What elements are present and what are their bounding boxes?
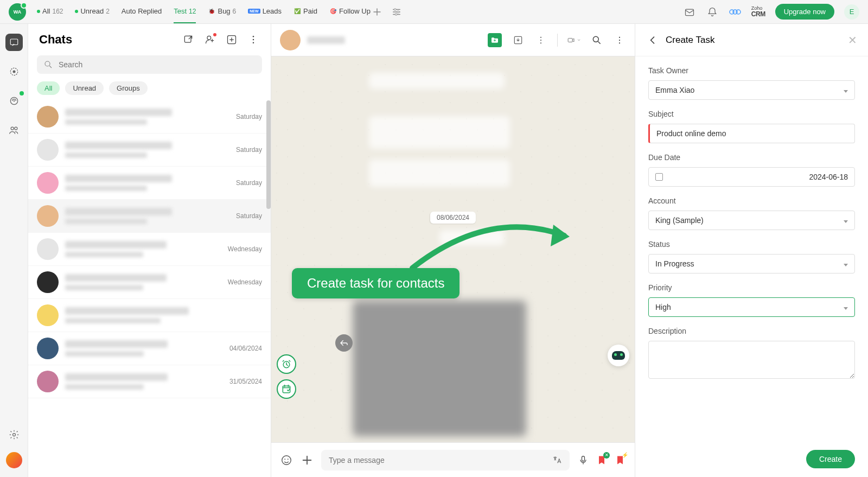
account-select[interactable]: King (Sample)	[648, 211, 855, 230]
search-input[interactable]	[59, 60, 256, 69]
attach-icon[interactable]	[301, 454, 314, 467]
filter-tab-follow-up[interactable]: 🎯Follow Up	[329, 0, 371, 23]
create-button[interactable]: Create	[806, 450, 855, 468]
chat-item[interactable]: Wednesday	[28, 266, 271, 299]
user-avatar[interactable]: E	[844, 4, 859, 20]
rail-contacts[interactable]	[5, 122, 23, 139]
search-conversation-icon[interactable]	[590, 34, 603, 47]
svg-rect-6	[10, 39, 18, 45]
filter-tab-all[interactable]: All162	[37, 0, 63, 23]
filter-pill-unread[interactable]: Unread	[65, 81, 104, 95]
app-logo[interactable]: WA	[9, 3, 26, 21]
mic-icon[interactable]	[577, 454, 589, 466]
zoho-crm-label[interactable]: ZohoCRM	[751, 6, 765, 17]
svg-point-0	[394, 8, 396, 10]
conversation-body: 08/06/2024 Create task for contacts	[271, 56, 635, 442]
more-menu-icon[interactable]	[247, 33, 260, 46]
svg-point-20	[45, 61, 50, 66]
conversation-more-icon[interactable]	[613, 34, 626, 47]
new-chat-icon[interactable]	[225, 33, 238, 46]
chat-item[interactable]: Saturday	[28, 133, 271, 167]
bookmark-energy-icon[interactable]: ⚡	[614, 454, 626, 466]
chat-item[interactable]: Saturday	[28, 200, 271, 233]
filter-tab-paid[interactable]: ✅Paid	[293, 0, 317, 23]
svg-point-5	[736, 10, 741, 14]
filter-pill-groups[interactable]: Groups	[109, 81, 148, 95]
status-select[interactable]: In Progress	[648, 254, 855, 274]
bookmark-alert-icon[interactable]: ✕	[596, 454, 608, 466]
add-tab-button[interactable]	[371, 5, 384, 18]
svg-point-12	[14, 127, 17, 130]
chats-title: Chats	[39, 33, 72, 47]
rail-channels[interactable]	[5, 92, 23, 110]
message-input-wrapper[interactable]	[321, 450, 570, 470]
svg-rect-14	[184, 36, 191, 42]
search-bar[interactable]	[37, 55, 262, 74]
svg-point-10	[13, 100, 15, 102]
filter-tab-bug[interactable]: 🐞Bug6	[208, 0, 236, 23]
svg-point-17	[253, 36, 254, 37]
scrollbar[interactable]	[266, 100, 271, 209]
message-composer: ✕ ⚡	[271, 442, 635, 477]
filter-tab-unread[interactable]: Unread2	[75, 0, 109, 23]
priority-select[interactable]: High	[648, 297, 855, 317]
add-contact-icon[interactable]	[203, 33, 216, 46]
svg-point-26	[593, 36, 598, 42]
svg-point-15	[207, 36, 211, 40]
filter-tab-leads[interactable]: NEWLeads	[248, 0, 282, 23]
chat-item[interactable]: Saturday	[28, 167, 271, 200]
chat-item[interactable]	[28, 299, 271, 332]
contact-avatar[interactable]	[280, 30, 301, 50]
svg-point-2	[395, 13, 397, 15]
chat-item[interactable]: 04/06/2024	[28, 332, 271, 365]
schedule-button[interactable]	[277, 379, 296, 399]
bell-icon[interactable]	[706, 5, 719, 18]
svg-point-23	[540, 39, 541, 40]
upgrade-button[interactable]: Upgrade now	[775, 4, 834, 20]
status-label: Status	[648, 240, 855, 249]
svg-point-22	[540, 36, 541, 37]
chat-item[interactable]: Saturday	[28, 100, 271, 133]
video-call-button[interactable]	[567, 34, 580, 47]
filter-tab-auto-replied[interactable]: Auto Replied	[122, 0, 162, 23]
header-more-icon[interactable]	[534, 34, 547, 47]
new-window-icon[interactable]	[182, 33, 195, 46]
subject-input[interactable]: Product online demo	[648, 124, 855, 143]
panel-title: Create Task	[666, 35, 841, 46]
create-task-panel: Create Task ✕ Task Owner Emma Xiao Subje…	[635, 24, 868, 477]
message-input[interactable]	[329, 456, 552, 465]
filter-pill-all[interactable]: All	[37, 81, 60, 95]
filter-settings-icon[interactable]	[390, 5, 403, 18]
overlay-annotation: Create task for contacts	[292, 268, 459, 298]
svg-point-19	[253, 42, 254, 44]
back-arrow-icon[interactable]	[646, 34, 659, 47]
rail-user-avatar[interactable]	[6, 452, 22, 468]
bot-assistant-button[interactable]	[608, 345, 629, 366]
left-rail	[0, 24, 28, 477]
chat-item[interactable]: 31/05/2024	[28, 365, 271, 398]
due-date-input[interactable]: 2024-06-18	[648, 167, 855, 187]
filter-tab-test[interactable]: Test12	[174, 0, 196, 23]
translate-icon[interactable]	[552, 455, 562, 465]
description-textarea[interactable]	[648, 341, 855, 379]
reminder-button[interactable]	[277, 354, 296, 374]
chat-list-panel: Chats AllUnreadGroups	[28, 24, 271, 477]
media-message[interactable]	[353, 301, 526, 436]
svg-point-8	[12, 71, 15, 73]
task-owner-select[interactable]: Emma Xiao	[648, 80, 855, 100]
inbox-icon[interactable]	[683, 5, 696, 18]
rail-status[interactable]	[5, 63, 23, 80]
add-to-folder-button[interactable]	[488, 33, 502, 47]
integration-chain-icon[interactable]	[729, 5, 742, 18]
settings-icon[interactable]	[5, 426, 23, 443]
svg-point-29	[619, 42, 620, 43]
emoji-icon[interactable]	[280, 454, 293, 467]
download-icon[interactable]	[512, 34, 525, 47]
top-bar: WA All162Unread2Auto RepliedTest12🐞Bug6N…	[0, 0, 868, 24]
rail-chats[interactable]	[5, 34, 23, 51]
close-icon[interactable]: ✕	[848, 34, 857, 47]
forward-icon[interactable]	[335, 334, 353, 352]
svg-point-13	[12, 434, 15, 436]
chat-item[interactable]: Wednesday	[28, 233, 271, 266]
svg-point-28	[619, 39, 620, 40]
